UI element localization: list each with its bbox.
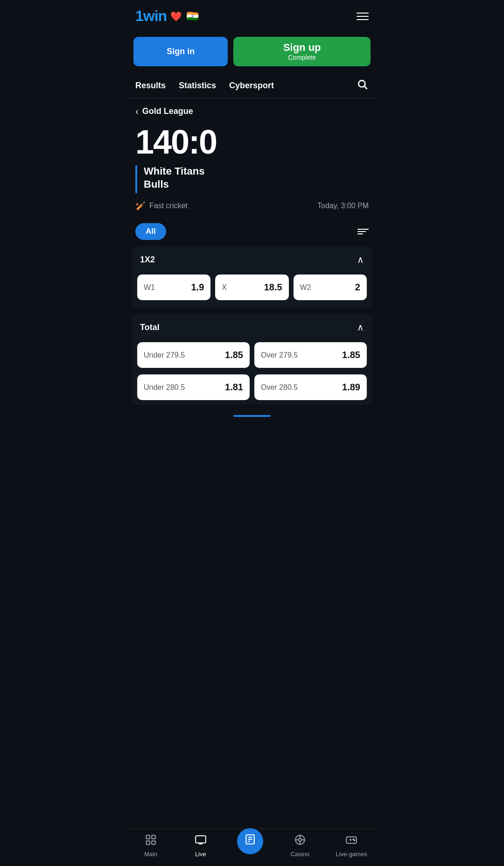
svg-point-0 — [358, 81, 365, 87]
odds-card-w2[interactable]: W2 2 — [294, 275, 367, 300]
odds-label-under-279: Under 279.5 — [144, 351, 185, 359]
nav-tab-casino[interactable]: Casino — [286, 834, 314, 858]
svg-point-14 — [299, 838, 302, 842]
logo-flag-icon: 🇮🇳 — [186, 10, 199, 23]
odds-label-w2: W2 — [300, 283, 311, 292]
scroll-indicator — [126, 411, 378, 418]
odds-card-over-279[interactable]: Over 279.5 1.85 — [254, 342, 367, 368]
match-sport: Fast cricket — [149, 202, 188, 210]
total-collapse-icon: ∧ — [357, 322, 364, 333]
nav-tab-main[interactable]: Main — [137, 834, 165, 858]
main-icon — [145, 834, 157, 849]
odds-label-over-280: Over 280.5 — [261, 383, 298, 392]
header: 1win ❤️ 🇮🇳 — [126, 0, 378, 32]
odds-label-w1: W1 — [144, 283, 155, 292]
bets-center-icon — [237, 828, 263, 854]
bottom-nav: Main Live — [126, 829, 378, 866]
nav-bar: Results Statistics Cybersport — [126, 71, 378, 99]
1x2-title: 1X2 — [140, 255, 155, 265]
filter-all-button[interactable]: All — [135, 223, 166, 240]
signup-label: Sign up — [283, 42, 321, 54]
total-odds-row2: Under 280.5 1.81 Over 280.5 1.89 — [132, 373, 372, 405]
1x2-odds-grid: W1 1.9 X 18.5 W2 2 — [132, 273, 372, 308]
live-icon — [195, 834, 207, 849]
teams-section: White Titans Bulls — [126, 159, 378, 195]
1x2-collapse-icon: ∧ — [357, 254, 364, 265]
filter-bar: All — [126, 218, 378, 246]
auth-buttons: Sign in Sign up Complete — [126, 32, 378, 71]
nav-tab-main-label: Main — [144, 851, 157, 858]
odds-label-under-280: Under 280.5 — [144, 383, 185, 392]
odds-value-w2: 2 — [355, 282, 360, 293]
odds-card-over-280[interactable]: Over 280.5 1.89 — [254, 374, 367, 400]
live-games-icon — [345, 834, 357, 849]
svg-line-1 — [364, 86, 367, 89]
teams-names: White Titans Bulls — [144, 165, 204, 193]
league-name: Gold League — [142, 106, 193, 116]
back-chevron-icon: ‹ — [135, 106, 139, 117]
nav-items: Results Statistics Cybersport — [135, 81, 274, 91]
casino-icon — [294, 834, 306, 849]
svg-rect-4 — [147, 841, 150, 845]
nav-statistics[interactable]: Statistics — [179, 81, 216, 91]
odds-value-over-279: 1.85 — [342, 350, 360, 360]
odds-value-under-279: 1.85 — [225, 350, 243, 360]
odds-label-x: X — [222, 283, 227, 292]
total-title: Total — [140, 323, 160, 332]
total-section-header[interactable]: Total ∧ — [132, 314, 372, 340]
odds-card-under-280[interactable]: Under 280.5 1.81 — [137, 374, 250, 400]
signup-sub-label: Complete — [288, 54, 316, 62]
match-meta: 🏏 Fast cricket Today, 3:00 PM — [126, 195, 378, 218]
logo-heart-icon: ❤️ — [170, 11, 182, 22]
match-type: 🏏 Fast cricket — [135, 201, 188, 211]
svg-rect-6 — [196, 836, 206, 843]
total-odds-row1: Under 279.5 1.85 Over 279.5 1.85 — [132, 340, 372, 373]
sort-icon[interactable] — [357, 229, 369, 234]
score-section: 140:0 — [126, 121, 378, 159]
teams-divider — [135, 165, 137, 193]
odds-label-over-279: Over 279.5 — [261, 351, 298, 359]
nav-tab-live-games-label: Live-games — [336, 851, 367, 858]
odds-card-x[interactable]: X 18.5 — [215, 275, 288, 300]
nav-results[interactable]: Results — [135, 81, 166, 91]
svg-rect-5 — [152, 841, 155, 845]
1x2-section-header[interactable]: 1X2 ∧ — [132, 246, 372, 273]
nav-tab-live-label: Live — [195, 851, 206, 858]
nav-tab-live[interactable]: Live — [187, 834, 215, 858]
match-score: 140:0 — [135, 125, 369, 159]
logo-text: 1win — [135, 7, 167, 25]
bets-icon — [244, 833, 256, 849]
team2-name: Bulls — [144, 178, 204, 190]
team1-name: White Titans — [144, 165, 204, 177]
odds-card-w1[interactable]: W1 1.9 — [137, 275, 210, 300]
signin-button[interactable]: Sign in — [133, 37, 228, 66]
league-back[interactable]: ‹ Gold League — [126, 99, 378, 121]
logo: 1win ❤️ 🇮🇳 — [135, 7, 199, 25]
odds-value-over-280: 1.89 — [342, 382, 360, 393]
odds-card-under-279[interactable]: Under 279.5 1.85 — [137, 342, 250, 368]
total-section: Total ∧ Under 279.5 1.85 Over 279.5 1.85… — [132, 314, 372, 405]
1x2-section: 1X2 ∧ W1 1.9 X 18.5 W2 2 — [132, 246, 372, 308]
cricket-icon: 🏏 — [135, 201, 146, 211]
svg-rect-3 — [152, 835, 155, 839]
odds-value-x: 18.5 — [264, 282, 282, 293]
match-time: Today, 3:00 PM — [317, 202, 369, 210]
menu-icon[interactable] — [357, 13, 369, 20]
nav-cybersport[interactable]: Cybersport — [229, 81, 274, 91]
nav-tab-live-games[interactable]: Live-games — [336, 834, 367, 858]
svg-rect-2 — [147, 835, 150, 839]
odds-value-under-280: 1.81 — [225, 382, 243, 393]
nav-tab-bets[interactable] — [236, 838, 264, 854]
odds-value-w1: 1.9 — [191, 282, 204, 293]
signup-button[interactable]: Sign up Complete — [233, 37, 371, 66]
search-icon[interactable] — [357, 78, 369, 92]
scroll-bar — [233, 415, 271, 417]
svg-point-23 — [354, 840, 355, 841]
nav-tab-casino-label: Casino — [291, 851, 309, 858]
